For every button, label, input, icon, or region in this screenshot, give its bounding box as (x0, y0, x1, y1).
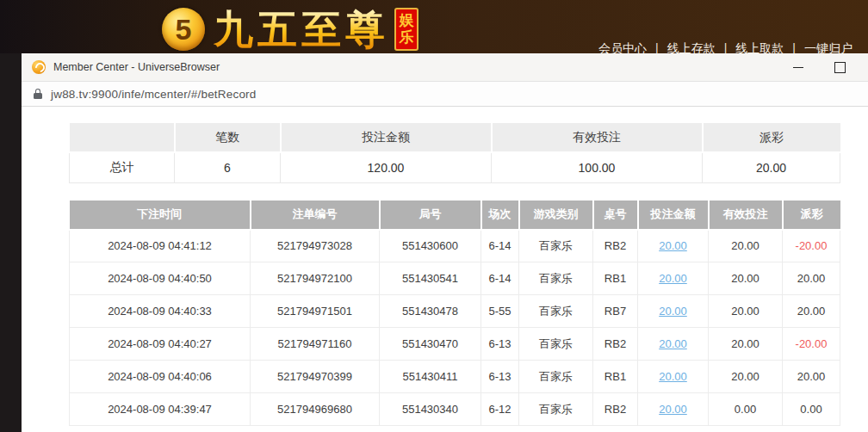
site-logo-text: 九五至尊 (214, 8, 389, 51)
bet-cell-bet_amount: 20.00 (638, 230, 709, 262)
bet-cell-session: 6-13 (481, 361, 519, 393)
bet-cell-bet_amount: 20.00 (638, 393, 709, 426)
url-text[interactable]: jw88.tv:9900/infe/mcenter/#/betRecord (51, 88, 257, 101)
bet-cell-table_no: RB2 (593, 230, 638, 262)
bet-cell-game_type: 百家乐 (519, 230, 593, 262)
summary-table: 笔数投注金额有效投注派彩 总计6120.00100.0020.00 (69, 121, 840, 183)
bet-cell-session: 6-12 (481, 393, 519, 426)
bet-cell-round_no: 551430470 (380, 328, 481, 361)
bet-cell-valid_bet: 20.00 (709, 328, 783, 361)
nav-separator: | (792, 41, 796, 53)
summary-total-row: 总计6120.00100.0020.00 (70, 152, 840, 182)
banner-nav-link-3[interactable]: 一键归户 (804, 41, 852, 53)
desktop: 5 九五至尊 娱 乐 会员中心|线上存款|线上取款|一键归户 Member Ce… (0, 0, 868, 432)
bet-cell-game_type: 百家乐 (519, 295, 593, 328)
bet-row: 2024-08-09 04:39:47521794969680551430340… (70, 393, 840, 426)
maximize-button[interactable] (834, 61, 846, 73)
bet-record-table: 下注时间注单编号局号场次游戏类别桌号投注金额有效投注派彩 2024-08-09 … (69, 199, 840, 427)
bet-cell-round_no: 551430411 (380, 361, 481, 393)
bet-cell-session: 6-14 (481, 230, 519, 262)
address-bar[interactable]: jw88.tv:9900/infe/mcenter/#/betRecord (22, 82, 868, 107)
minimize-button[interactable] (792, 61, 804, 73)
window-title: Member Center - UniverseBrowser (53, 61, 220, 73)
bet-row: 2024-08-09 04:40:27521794971160551430470… (70, 328, 840, 361)
bet-cell-time: 2024-08-09 04:40:50 (70, 262, 251, 295)
browser-favicon-icon (32, 60, 46, 74)
coin-logo-icon: 5 (162, 8, 205, 51)
browser-title-bar: Member Center - UniverseBrowser (22, 53, 868, 82)
badge-char-bottom: 乐 (400, 29, 414, 46)
bet-cell-session: 6-13 (481, 328, 519, 361)
bet-cell-bet_amount: 20.00 (638, 262, 709, 295)
bet-row: 2024-08-09 04:40:50521794972100551430541… (70, 262, 840, 295)
bet-cell-time: 2024-08-09 04:40:33 (70, 295, 251, 328)
bet-cell-bet_amount: 20.00 (638, 328, 709, 361)
bet-cell-time: 2024-08-09 04:41:12 (70, 230, 251, 262)
bet-header-cell: 注单编号 (251, 200, 380, 230)
window-controls (792, 61, 846, 73)
bet-cell-time: 2024-08-09 04:39:47 (70, 393, 251, 426)
bet-cell-round_no: 551430340 (380, 393, 481, 426)
banner-nav-link-0[interactable]: 会员中心 (598, 41, 647, 53)
bet-cell-round_no: 551430541 (380, 262, 481, 295)
bet-amount-link[interactable]: 20.00 (659, 239, 687, 252)
bet-amount-link[interactable]: 20.00 (659, 403, 687, 416)
summary-header-cell: 有效投注 (492, 122, 703, 152)
bet-cell-valid_bet: 20.00 (709, 295, 783, 328)
bet-cell-session: 5-55 (481, 295, 519, 328)
bet-cell-order_no: 521794969680 (251, 393, 380, 426)
bet-cell-round_no: 551430600 (380, 230, 481, 262)
lock-icon (34, 89, 42, 99)
bet-cell-game_type: 百家乐 (519, 328, 593, 361)
bet-table-header-row: 下注时间注单编号局号场次游戏类别桌号投注金额有效投注派彩 (70, 200, 840, 230)
bet-cell-round_no: 551430478 (380, 295, 481, 328)
bet-cell-payout: 20.00 (783, 262, 840, 295)
bet-cell-game_type: 百家乐 (519, 361, 593, 393)
banner-nav: 会员中心|线上存款|线上取款|一键归户 (598, 41, 852, 53)
bet-amount-link[interactable]: 20.00 (659, 337, 687, 350)
bet-cell-session: 6-14 (481, 262, 519, 295)
bet-row: 2024-08-09 04:40:06521794970399551430411… (70, 361, 840, 393)
summary-header-row: 笔数投注金额有效投注派彩 (70, 122, 840, 152)
bet-cell-time: 2024-08-09 04:40:27 (70, 328, 251, 361)
bet-amount-link[interactable]: 20.00 (659, 305, 687, 318)
bet-cell-order_no: 521794971160 (251, 328, 380, 361)
bet-cell-valid_bet: 20.00 (709, 262, 783, 295)
bet-header-cell: 有效投注 (709, 200, 783, 230)
bet-cell-valid_bet: 20.00 (709, 361, 783, 393)
summary-value-cell: 100.00 (492, 152, 703, 182)
bet-header-cell: 桌号 (593, 200, 638, 230)
bet-cell-bet_amount: 20.00 (638, 295, 709, 328)
nav-separator: | (655, 41, 659, 53)
summary-value-cell: 120.00 (281, 152, 492, 182)
bet-header-cell: 投注金额 (638, 200, 709, 230)
bet-cell-table_no: RB1 (593, 262, 638, 295)
summary-value-cell: 总计 (70, 152, 175, 182)
summary-value-cell: 6 (175, 152, 281, 182)
bet-header-cell: 派彩 (783, 200, 840, 230)
bet-cell-order_no: 521794970399 (251, 361, 380, 393)
summary-header-cell (70, 122, 175, 152)
bet-header-cell: 局号 (380, 200, 481, 230)
bet-cell-game_type: 百家乐 (519, 393, 593, 426)
bet-cell-table_no: RB2 (593, 328, 638, 361)
bet-cell-payout: -20.00 (783, 328, 840, 361)
bet-row: 2024-08-09 04:40:33521794971501551430478… (70, 295, 840, 328)
summary-header-cell: 笔数 (175, 122, 281, 152)
bet-cell-valid_bet: 20.00 (709, 230, 783, 262)
banner-nav-link-2[interactable]: 线上取款 (735, 41, 784, 53)
bet-cell-order_no: 521794972100 (251, 262, 380, 295)
bet-cell-payout: -20.00 (783, 230, 840, 262)
banner-nav-link-1[interactable]: 线上存款 (667, 41, 716, 53)
bet-amount-link[interactable]: 20.00 (659, 272, 687, 285)
bet-cell-order_no: 521794973028 (251, 230, 380, 262)
bet-cell-valid_bet: 0.00 (709, 393, 783, 426)
bet-cell-table_no: RB1 (593, 361, 638, 393)
site-logo: 5 九五至尊 娱 乐 (162, 8, 418, 51)
bet-amount-link[interactable]: 20.00 (659, 370, 687, 383)
site-banner: 5 九五至尊 娱 乐 会员中心|线上存款|线上取款|一键归户 (0, 0, 868, 53)
bet-cell-payout: 0.00 (783, 393, 840, 426)
bet-cell-payout: 20.00 (783, 361, 840, 393)
bet-cell-order_no: 521794971501 (251, 295, 380, 328)
summary-header-cell: 派彩 (703, 122, 840, 152)
